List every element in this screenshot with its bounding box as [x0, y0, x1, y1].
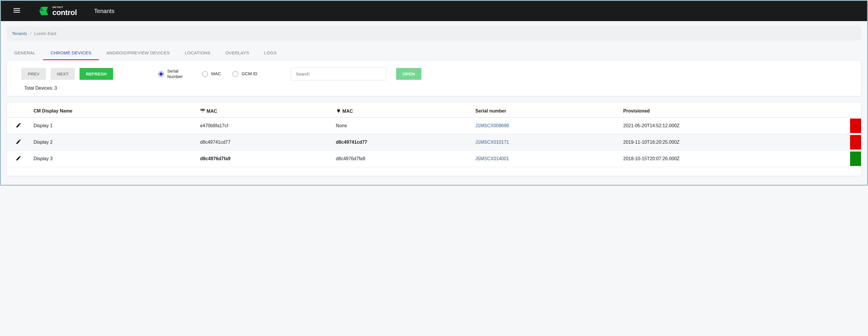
logo-icon	[38, 5, 50, 17]
breadcrumb-sep: /	[30, 31, 31, 36]
logo: SKYKIT control	[38, 5, 77, 17]
prev-button[interactable]: PREV	[21, 68, 46, 80]
page-title: Tenants	[94, 8, 115, 14]
col-provisioned: Provisioned	[620, 102, 850, 118]
cell-display-name: Display 2	[30, 134, 197, 151]
edit-icon[interactable]	[16, 124, 21, 129]
devices-table: CM Display Name MAC MAC Serial number Pr…	[7, 102, 861, 167]
cell-display-name: Display 1	[30, 118, 197, 134]
col-wifi-mac-label: MAC	[207, 109, 217, 114]
cell-wifi-mac: d8c49741cd77	[197, 134, 333, 151]
menu-icon[interactable]	[12, 6, 21, 16]
search-by-radios: Serial Number MAC GCM ID	[158, 68, 258, 80]
radio-mac-label: MAC	[211, 71, 221, 77]
devices-table-card: CM Display Name MAC MAC Serial number Pr…	[7, 102, 861, 176]
cell-eth-mac: d8c49741cd77	[333, 134, 472, 151]
col-eth-mac: MAC	[333, 102, 472, 118]
wifi-icon	[200, 109, 205, 114]
tabs: GENERAL CHROME DEVICES ANDROID/PREVIEW D…	[7, 46, 861, 60]
tab-chrome-devices[interactable]: CHROME DEVICES	[43, 46, 99, 60]
tab-logs[interactable]: LOGS	[257, 46, 284, 60]
cell-eth-mac: d8c4976d7fa9	[333, 151, 472, 167]
cell-display-name: Display 3	[30, 151, 197, 167]
open-button[interactable]: OPEN	[396, 68, 421, 80]
tab-locations[interactable]: LOCATIONS	[177, 46, 218, 60]
cell-wifi-mac: d8c4976d7fa9	[197, 151, 333, 167]
col-status	[850, 102, 861, 118]
cell-status	[850, 151, 861, 167]
plug-icon	[336, 109, 341, 114]
cell-wifi-mac: e470b8fa17cf	[197, 118, 333, 134]
breadcrumb-root[interactable]: Tenants	[12, 31, 27, 36]
cell-provisioned: 2018-10-15T20:07:26.000Z	[620, 151, 850, 167]
radio-gcm[interactable]: GCM ID	[232, 71, 257, 77]
search-input[interactable]	[291, 67, 386, 81]
breadcrumb: Tenants / Lorem East	[7, 26, 861, 40]
cell-status	[850, 118, 861, 134]
table-row: Display 3d8c4976d7fa9d8c4976d7fa9J5MSCX0…	[7, 151, 861, 167]
cell-status	[850, 134, 861, 151]
tab-general[interactable]: GENERAL	[7, 46, 43, 60]
next-button[interactable]: NEXT	[51, 68, 75, 80]
radio-mac-input[interactable]	[202, 71, 208, 77]
cell-provisioned: 2019-11-10T16:20:25.000Z	[620, 134, 850, 151]
tab-android-devices[interactable]: ANDROID/PREVIEW DEVICES	[99, 46, 177, 60]
edit-icon[interactable]	[16, 157, 21, 162]
col-wifi-mac: MAC	[197, 102, 333, 118]
brand-big: control	[52, 9, 77, 16]
edit-icon[interactable]	[16, 141, 21, 146]
controls-panel: PREV NEXT REFRESH Serial Number MAC GCM …	[7, 60, 861, 96]
col-display-name: CM Display Name	[30, 102, 197, 118]
cell-serial[interactable]: J5MSCX014001	[472, 151, 620, 167]
col-eth-mac-label: MAC	[342, 109, 353, 114]
col-serial: Serial number	[472, 102, 620, 118]
radio-serial-input[interactable]	[158, 71, 164, 77]
refresh-button[interactable]: REFRESH	[80, 68, 113, 80]
breadcrumb-current: Lorem East	[34, 31, 56, 36]
cell-eth-mac: None	[333, 118, 472, 134]
table-row: Display 1e470b8fa17cfNoneJ1MSCX009698202…	[7, 118, 861, 134]
radio-mac[interactable]: MAC	[202, 71, 221, 77]
radio-gcm-label: GCM ID	[242, 71, 257, 77]
total-devices: Total Devices: 3	[24, 86, 847, 91]
radio-serial-label: Serial Number	[167, 68, 190, 80]
cell-serial[interactable]: J1MSCX010171	[472, 134, 620, 151]
col-edit	[7, 102, 30, 118]
radio-serial-number[interactable]: Serial Number	[158, 68, 190, 80]
table-row: Display 2d8c49741cd77d8c49741cd77J1MSCX0…	[7, 134, 861, 151]
top-bar: SKYKIT control Tenants	[1, 1, 867, 21]
cell-provisioned: 2021-05-20T14:52:12.000Z	[620, 118, 850, 134]
cell-serial[interactable]: J1MSCX009698	[472, 118, 620, 134]
tab-overlays[interactable]: OVERLAYS	[218, 46, 256, 60]
radio-gcm-input[interactable]	[232, 71, 238, 77]
